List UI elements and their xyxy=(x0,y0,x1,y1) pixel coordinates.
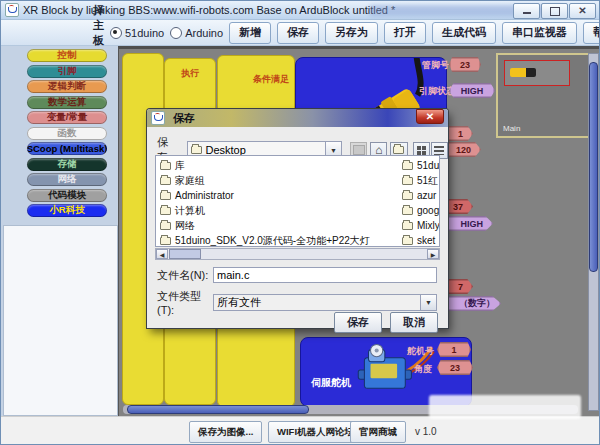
save-as-button[interactable]: 另存为 xyxy=(325,22,378,44)
file-item[interactable]: goog xyxy=(402,203,440,218)
file-item[interactable]: 51duino_SDK_V2.0源代码-全功能+P22大灯 xyxy=(160,233,370,247)
category-scoop[interactable]: SCoop (Multitask) xyxy=(27,142,107,155)
servo-angle-chip[interactable]: 23 xyxy=(437,360,473,375)
file-item[interactable]: azur xyxy=(402,188,440,203)
canvas-vertical-scrollbar[interactable] xyxy=(588,53,599,411)
maximize-icon xyxy=(550,7,560,16)
pin-number-chip[interactable]: 23 xyxy=(449,57,481,72)
dialog-close-button[interactable]: ✕ xyxy=(416,109,444,124)
file-list-scroll-thumb[interactable] xyxy=(169,249,201,259)
category-control[interactable]: 控制 xyxy=(27,49,107,62)
close-icon: ✕ xyxy=(578,6,586,16)
category-pins[interactable]: 引脚 xyxy=(27,65,107,78)
file-item[interactable]: Administrator xyxy=(160,188,370,203)
file-item[interactable]: 51红 xyxy=(402,173,440,188)
scroll-right-button[interactable]: ▶ xyxy=(427,249,439,259)
new-button[interactable]: 新增 xyxy=(229,22,271,44)
vertical-scroll-thumb[interactable] xyxy=(589,62,598,272)
radio-51duino[interactable]: 51duino xyxy=(110,27,164,39)
execute-block-label: 执行 xyxy=(181,68,199,78)
folder-icon xyxy=(160,192,171,200)
dialog-close-icon: ✕ xyxy=(426,111,434,122)
version-label: v 1.0 xyxy=(415,426,437,437)
arrow-left-icon: ◀ xyxy=(160,251,165,258)
open-button[interactable]: 打开 xyxy=(384,22,426,44)
dialog-save-button[interactable]: 保存 xyxy=(334,312,382,333)
generate-code-button[interactable]: 生成代码 xyxy=(432,22,496,44)
file-type-value: 所有文件 xyxy=(217,295,261,310)
minimize-button[interactable] xyxy=(513,3,540,19)
pin-state-chip[interactable]: HIGH xyxy=(449,83,495,98)
dialog-cancel-button[interactable]: 取消 xyxy=(390,312,438,333)
radio-arduino[interactable]: Arduino xyxy=(170,27,223,39)
folder-icon xyxy=(160,237,171,245)
save-dialog-title: 保存 xyxy=(173,111,195,126)
combobox-arrow-button[interactable]: ▼ xyxy=(420,295,436,310)
category-functions[interactable]: 函数 xyxy=(27,127,107,140)
category-storage[interactable]: 存储 xyxy=(27,158,107,171)
file-type-combobox[interactable]: 所有文件 ▼ xyxy=(213,294,437,311)
file-item[interactable]: 家庭组 xyxy=(160,173,370,188)
file-list-horizontal-scrollbar[interactable]: ◀ ▶ xyxy=(155,248,440,260)
chevron-down-icon: ▼ xyxy=(425,299,432,306)
save-dialog-title-bar[interactable]: 保存 ✕ xyxy=(147,109,448,127)
shop-button[interactable]: 官网商城 xyxy=(350,421,406,443)
folder-icon xyxy=(402,162,413,170)
file-item[interactable]: Mixly xyxy=(402,218,440,233)
radio-arduino-label: Arduino xyxy=(185,27,223,39)
category-code-modules[interactable]: 代码模块 xyxy=(27,189,107,202)
category-logic[interactable]: 逻辑判断 xyxy=(27,80,107,93)
help-button[interactable]: 帮助 xyxy=(583,22,600,44)
window-title: XR Block by liuviking BBS:www.wifi-robot… xyxy=(23,4,395,16)
list-view-icon xyxy=(434,146,444,155)
java-app-icon xyxy=(5,3,19,17)
up-folder-icon xyxy=(353,145,365,155)
maximize-button[interactable] xyxy=(541,3,568,19)
save-dialog: 保存 ✕ 保存: Desktop ▼ ⌂ 库 家庭组 Administrator… xyxy=(147,109,448,328)
folder-icon xyxy=(191,146,202,154)
file-item[interactable]: sket xyxy=(402,233,440,247)
new-folder-icon xyxy=(393,146,404,154)
chevron-down-icon: ▼ xyxy=(330,147,337,154)
forum-button[interactable]: WIFI机器人网论坛 xyxy=(268,421,363,443)
radio-selected-icon xyxy=(110,27,122,39)
file-item[interactable]: 网络 xyxy=(160,218,370,233)
folder-icon xyxy=(160,162,171,170)
save-as-image-button[interactable]: 保存为图像... xyxy=(189,421,262,443)
servo-id-label: 舵机号 xyxy=(407,345,434,358)
radio-51duino-label: 51duino xyxy=(125,27,164,39)
category-math[interactable]: 数学运算 xyxy=(27,96,107,109)
sidebar-lower-panel xyxy=(3,225,118,416)
blurred-watermark-bottom xyxy=(429,395,581,419)
file-item[interactable]: 库 xyxy=(160,158,370,173)
serial-monitor-button[interactable]: 串口监视器 xyxy=(502,22,577,44)
save-button[interactable]: 保存 xyxy=(277,22,319,44)
grid-view-icon xyxy=(417,146,426,155)
file-list[interactable]: 库 家庭组 Administrator 计算机 网络 51duino_SDK_V… xyxy=(155,155,440,247)
minimap-label: Main xyxy=(503,124,520,133)
java-dialog-icon xyxy=(151,111,165,125)
category-sidebar: 控制 引脚 逻辑判断 数学运算 变量/常量 函数 SCoop (Multitas… xyxy=(1,46,118,416)
file-name-input[interactable] xyxy=(213,267,437,283)
category-network[interactable]: 网络 xyxy=(27,173,107,186)
bottom-bar: 保存为图像... WIFI机器人网论坛 官网商城 v 1.0 xyxy=(1,416,599,445)
horizontal-scroll-thumb[interactable] xyxy=(127,405,309,414)
servo-angle-label: 角度 xyxy=(414,363,432,376)
minimap-viewport[interactable] xyxy=(504,60,570,86)
arrow-right-icon: ▶ xyxy=(431,251,436,258)
file-item[interactable]: 51du xyxy=(402,158,440,173)
servo-id-chip[interactable]: 1 xyxy=(437,342,471,357)
pin-number-label: 管脚号 xyxy=(422,59,449,72)
category-xiaor-tech[interactable]: 小R科技 xyxy=(27,204,107,217)
category-variables[interactable]: 变量/常量 xyxy=(27,111,107,124)
title-bar: XR Block by liuviking BBS:www.wifi-robot… xyxy=(1,1,599,20)
pin-state-label: 引脚状态 xyxy=(419,85,455,98)
folder-icon xyxy=(160,222,171,230)
folder-icon xyxy=(402,192,413,200)
folder-icon xyxy=(160,207,171,215)
file-item[interactable]: 计算机 xyxy=(160,203,370,218)
minimize-icon xyxy=(523,9,531,14)
scroll-left-button[interactable]: ◀ xyxy=(156,249,168,259)
close-button[interactable]: ✕ xyxy=(569,3,596,19)
minimap-panel[interactable]: Main xyxy=(496,53,590,138)
